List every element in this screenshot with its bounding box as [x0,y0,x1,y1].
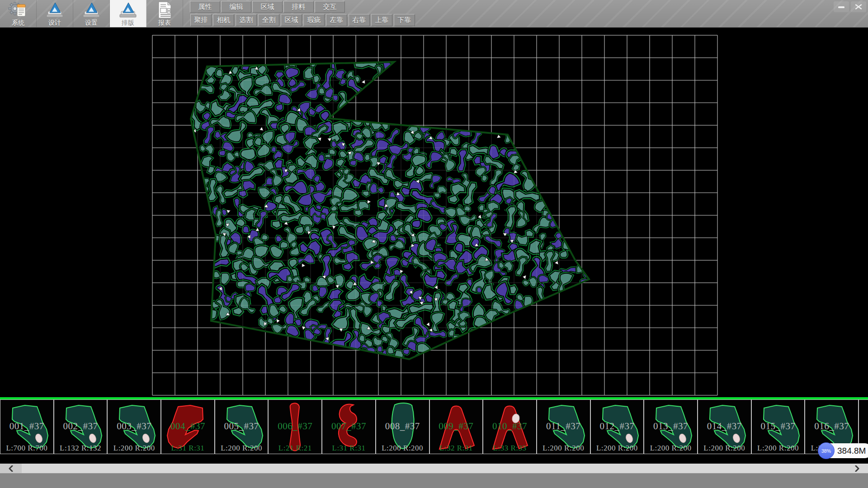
thumbnail-cell-3[interactable]: 003_#37 L:200 R:200 [107,399,161,454]
thumbnail-cell-10[interactable]: 010_#37 L:33 R:33 [483,399,537,454]
app-mode-button-2[interactable]: 设计 [37,0,73,27]
app-mode-label: 排版 [122,19,134,26]
set-square-icon [82,1,101,19]
piece-lr-label: L:200 R:200 [537,444,590,453]
piece-id-label: 009_#37 [430,421,483,432]
app-mode-label: 设置 [85,19,98,26]
tool-button-1[interactable]: 聚排 [190,14,212,26]
app-mode-button-5[interactable]: 报表 [146,0,183,27]
close-button[interactable] [851,1,866,12]
piece-lr-label: L:132 R:132 [54,444,107,453]
piece-id-label: 007_#37 [322,421,375,432]
piece-lr-label: L:33 R:33 [483,444,536,453]
piece-lr-label: L:200 R:200 [215,444,268,453]
tool-button-10[interactable]: 下靠 [394,14,415,26]
piece-lr-label: L:31 R:31 [161,444,214,453]
memory-usage-badge: 38% 384.8M [818,443,868,458]
memory-percent-value: 38% [821,448,831,454]
memory-size-value: 384.8M [837,446,866,456]
thumbnail-cell-11[interactable]: 011_#37 L:200 R:200 [537,399,590,454]
tool-button-5[interactable]: 区域 [281,14,302,26]
thumbnail-cell-8[interactable]: 008_#37 L:200 R:200 [376,399,429,454]
piece-id-label: 011_#37 [537,421,590,432]
piece-id-label: 016_#37 [805,421,858,432]
minimize-icon [838,4,845,10]
piece-lr-label: L:200 R:200 [644,444,697,453]
horizontal-scrollbar[interactable] [0,464,868,473]
app-mode-button-3[interactable]: 设置 [73,0,110,27]
chevron-right-icon [854,465,860,472]
piece-lr-label: L:200 R:200 [376,444,429,453]
thumbnail-cell-5[interactable]: 005_#37 L:200 R:200 [215,399,269,454]
piece-id-label: 002_#37 [54,421,107,432]
menu-tab-5[interactable]: 交互 [315,1,345,13]
piece-lr-label: L:200 R:200 [108,444,160,453]
thumbnail-cell-7[interactable]: 007_#37 L:31 R:31 [322,399,376,454]
piece-id-label: 003_#37 [108,421,160,432]
app-mode-label: 报表 [158,19,171,26]
thumbnail-cell-4[interactable]: 004_#37 L:31 R:31 [161,399,215,454]
piece-lr-label: L:200 R:200 [752,444,805,453]
piece-id-label: 014_#37 [698,421,751,432]
nesting-canvas [0,27,868,397]
tool-button-6[interactable]: 瑕疵 [303,14,325,26]
report-doc-icon [156,1,174,19]
scroll-right-button[interactable] [846,464,868,473]
tool-button-8[interactable]: 右靠 [349,14,370,26]
main-toolbar: 系统 设计 设置 排版 报表 属性编辑区域排料交互 聚 [0,0,868,28]
app-mode-bar: 系统 设计 设置 排版 报表 [0,0,183,27]
piece-id-label: 012_#37 [591,421,644,432]
menu-tab-bar: 属性编辑区域排料交互 [190,1,345,13]
nesting-canvas-viewport[interactable] [0,27,868,397]
piece-id-label: 005_#37 [215,421,268,432]
app-mode-button-4[interactable]: 排版 [110,0,146,27]
piece-id-label: 010_#37 [483,421,536,432]
menu-tab-1[interactable]: 属性 [190,1,220,13]
thumbnail-cell-12[interactable]: 012_#37 L:200 R:200 [590,399,644,454]
piece-id-label: 015_#37 [752,421,805,432]
tool-button-2[interactable]: 相机 [213,14,234,26]
piece-id-label: 001_#37 [0,421,53,432]
menu-tab-2[interactable]: 编辑 [221,1,251,13]
piece-lr-label: L:200 R:200 [591,444,644,453]
tool-button-7[interactable]: 左靠 [326,14,347,26]
thumbnail-cell-14[interactable]: 014_#37 L:200 R:200 [698,399,751,454]
set-square-icon [118,1,137,19]
thumbnail-cell-9[interactable]: 009_#37 L:32 R:31 [429,399,483,454]
chevron-left-icon [8,465,14,472]
thumbnail-cell-2[interactable]: 002_#37 L:132 R:132 [54,399,108,454]
piece-lr-label: L:700 R:700 [0,444,53,453]
thumbnail-cell-15[interactable]: 015_#37 L:200 R:200 [751,399,805,454]
piece-lr-label: L:31 R:31 [322,444,375,453]
tool-button-bar: 聚排相机选割全割区域瑕疵左靠右靠上靠下靠 [190,14,415,26]
piece-id-label: 013_#37 [644,421,697,432]
tool-button-3[interactable]: 选割 [236,14,257,26]
piece-lr-label: L:200 R:200 [698,444,751,453]
thumbnail-cell-1[interactable]: 001_#37 L:700 R:700 [0,399,54,454]
close-icon [855,4,862,10]
piece-lr-label: L:21 R:21 [269,444,321,453]
window-controls [834,1,866,12]
thumbnail-cell-13[interactable]: 013_#37 L:200 R:200 [644,399,698,454]
minimize-button[interactable] [834,1,849,12]
piece-id-label: 008_#37 [376,421,429,432]
menu-tab-4[interactable]: 排料 [283,1,314,13]
menu-tab-3[interactable]: 区域 [252,1,283,13]
memory-percent-indicator: 38% [818,442,835,459]
set-square-icon [45,1,64,19]
app-mode-button-1[interactable]: 系统 [0,0,37,27]
tool-button-4[interactable]: 全割 [258,14,279,26]
piece-thumbnail-strip: 001_#37 L:700 R:700 002_#37 L:132 R:132 … [0,397,868,464]
scroll-left-button[interactable] [0,464,22,473]
gear-system-icon [8,1,28,19]
thumbnail-cell-6[interactable]: 006_#37 L:21 R:21 [268,399,322,454]
piece-lr-label: L:32 R:31 [430,444,483,453]
app-mode-label: 设计 [48,19,61,26]
piece-id-label: 006_#37 [269,421,321,432]
piece-id-label: 017_#37 [859,421,868,432]
tool-button-9[interactable]: 上靠 [371,14,392,26]
app-mode-label: 系统 [12,19,24,26]
piece-list: 001_#37 L:700 R:700 002_#37 L:132 R:132 … [0,399,868,454]
status-bar [0,473,868,488]
piece-id-label: 004_#37 [161,421,214,432]
